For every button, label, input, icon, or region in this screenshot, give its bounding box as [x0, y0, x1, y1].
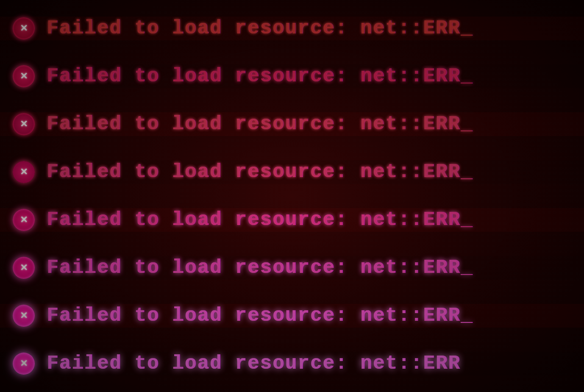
x-mark-icon: ✕ [20, 310, 28, 321]
x-mark-icon: ✕ [20, 358, 28, 369]
error-row: ✕Failed to load resource: net::ERR_ [0, 17, 584, 40]
error-message: Failed to load resource: net::ERR_ [47, 209, 473, 231]
x-mark-icon: ✕ [20, 214, 28, 225]
x-mark-icon: ✕ [20, 23, 28, 34]
error-message: Failed to load resource: net::ERR_ [47, 65, 473, 87]
error-row: ✕Failed to load resource: net::ERR_ [0, 208, 584, 232]
error-message: Failed to load resource: net::ERR_ [47, 161, 473, 183]
error-icon: ✕ [13, 305, 35, 327]
error-row: ✕Failed to load resource: net::ERR [0, 352, 584, 375]
x-mark-icon: ✕ [20, 119, 28, 130]
error-message: Failed to load resource: net::ERR_ [47, 17, 473, 39]
error-message: Failed to load resource: net::ERR_ [47, 257, 473, 279]
error-row: ✕Failed to load resource: net::ERR_ [0, 112, 584, 136]
x-mark-icon: ✕ [20, 167, 28, 178]
error-icon: ✕ [13, 113, 35, 135]
error-row: ✕Failed to load resource: net::ERR_ [0, 256, 584, 280]
error-icon: ✕ [13, 161, 35, 183]
error-message: Failed to load resource: net::ERR [47, 353, 461, 375]
error-icon: ✕ [13, 353, 35, 375]
error-row: ✕Failed to load resource: net::ERR_ [0, 160, 584, 184]
console-screen: ✕Failed to load resource: net::ERR_✕Fail… [0, 0, 584, 392]
error-message: Failed to load resource: net::ERR_ [47, 113, 473, 135]
error-icon: ✕ [13, 209, 35, 231]
x-mark-icon: ✕ [20, 71, 28, 82]
error-row: ✕Failed to load resource: net::ERR_ [0, 64, 584, 88]
error-icon: ✕ [13, 65, 35, 87]
x-mark-icon: ✕ [20, 262, 28, 273]
error-message: Failed to load resource: net::ERR_ [47, 305, 473, 327]
error-icon: ✕ [13, 257, 35, 279]
error-icon: ✕ [13, 17, 35, 39]
error-row: ✕Failed to load resource: net::ERR_ [0, 304, 584, 328]
